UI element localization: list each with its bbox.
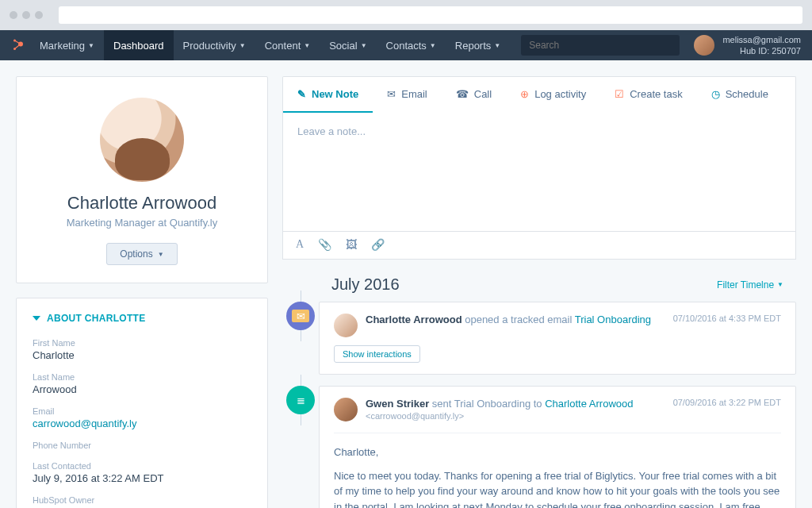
activity-tabs: ✎New Note ✉Email ☎Call ⊕Log activity ☑Cr… bbox=[282, 76, 796, 113]
event-body: Charlotte, Nice to meet you today. Thank… bbox=[334, 433, 781, 508]
account-info[interactable]: melissa@gmail.com Hub ID: 250707 bbox=[722, 34, 801, 57]
nav-dashboard[interactable]: Dashboard bbox=[104, 30, 174, 60]
timeline-event: Gwen Striker sent Trial Onboarding to Ch… bbox=[319, 386, 796, 508]
tracked-email-link[interactable]: Trial Onboarding bbox=[575, 314, 651, 325]
chevron-down-icon: ▼ bbox=[239, 42, 246, 49]
event-avatar bbox=[334, 314, 358, 337]
timeline-email-icon: ✉ bbox=[286, 302, 315, 330]
contact-avatar bbox=[100, 98, 184, 182]
timeline-month: July 2016 bbox=[331, 275, 717, 294]
chevron-down-icon: ▼ bbox=[361, 42, 367, 49]
note-input[interactable] bbox=[297, 125, 781, 221]
options-button[interactable]: Options▼ bbox=[106, 243, 177, 265]
chevron-down-icon: ▼ bbox=[158, 251, 164, 258]
check-square-icon: ☑ bbox=[615, 88, 624, 100]
tab-email[interactable]: ✉Email bbox=[373, 77, 442, 113]
field-last-name[interactable]: Last Name Arrowood bbox=[33, 372, 251, 395]
phone-icon: ☎ bbox=[456, 88, 469, 100]
window-dot bbox=[22, 11, 30, 19]
envelope-icon: ✉ bbox=[387, 88, 396, 100]
hub-id: Hub ID: 250707 bbox=[722, 45, 801, 56]
global-search-input[interactable] bbox=[521, 35, 680, 56]
top-nav: Marketing▼ Dashboard Productivity▼ Conte… bbox=[0, 30, 812, 60]
plus-circle-icon: ⊕ bbox=[520, 88, 529, 100]
chevron-down-icon: ▼ bbox=[304, 42, 310, 49]
tab-new-note[interactable]: ✎New Note bbox=[283, 77, 373, 113]
nav-reports[interactable]: Reports▼ bbox=[446, 30, 510, 60]
field-phone[interactable]: Phone Number bbox=[33, 441, 251, 450]
contact-role: Marketing Manager at Quantify.ly bbox=[33, 217, 251, 229]
url-bar[interactable] bbox=[59, 6, 802, 24]
tab-call[interactable]: ☎Call bbox=[442, 77, 506, 113]
chevron-down-icon: ▼ bbox=[777, 281, 783, 288]
filter-timeline-button[interactable]: Filter Timelne▼ bbox=[717, 279, 783, 291]
recipient-link[interactable]: Charlotte Arrowood bbox=[545, 398, 633, 410]
image-icon[interactable]: 🖼 bbox=[346, 238, 357, 251]
event-avatar bbox=[334, 398, 358, 421]
nav-content[interactable]: Content▼ bbox=[255, 30, 320, 60]
event-date: 07/09/2016 at 3:22 PM EDT bbox=[673, 398, 781, 407]
account-email: melissa@gmail.com bbox=[722, 34, 801, 45]
nav-marketing[interactable]: Marketing▼ bbox=[30, 30, 104, 60]
chevron-down-icon: ▼ bbox=[88, 42, 94, 49]
event-date: 07/10/2016 at 4:33 PM EDT bbox=[673, 314, 781, 323]
event-recipient-email: <carrowood@quantify.ly> bbox=[366, 411, 665, 421]
profile-card: Charlotte Arrowood Marketing Manager at … bbox=[16, 76, 268, 283]
field-owner[interactable]: HubSpot Owner bbox=[33, 495, 251, 505]
format-text-icon[interactable]: A bbox=[296, 238, 304, 251]
field-first-name[interactable]: First Name Charlotte bbox=[33, 338, 251, 361]
about-heading[interactable]: ABOUT CHARLOTTE bbox=[33, 313, 251, 324]
note-toolbar: A 📎 🖼 🔗 bbox=[282, 232, 796, 260]
tab-create-task[interactable]: ☑Create task bbox=[600, 77, 696, 113]
hubspot-logo-icon bbox=[11, 38, 25, 52]
window-dot bbox=[35, 11, 43, 19]
chevron-down-icon: ▼ bbox=[430, 42, 436, 49]
tab-log-activity[interactable]: ⊕Log activity bbox=[506, 77, 600, 113]
attachment-icon[interactable]: 📎 bbox=[318, 238, 331, 251]
about-card: ABOUT CHARLOTTE First Name Charlotte Las… bbox=[16, 298, 268, 508]
nav-contacts[interactable]: Contacts▼ bbox=[377, 30, 446, 60]
window-dot bbox=[10, 11, 17, 19]
field-email[interactable]: Email carrowood@quantify.ly bbox=[33, 406, 251, 429]
collapse-triangle-icon bbox=[33, 316, 40, 321]
timeline-event: Charlotte Arrowood opened a tracked emai… bbox=[319, 302, 796, 375]
envelope-icon: ✉ bbox=[292, 310, 309, 322]
field-last-contacted[interactable]: Last Contacted July 9, 2016 at 3:22 AM E… bbox=[33, 461, 251, 484]
tab-schedule[interactable]: ◷Schedule bbox=[697, 77, 783, 113]
nav-social[interactable]: Social▼ bbox=[320, 30, 376, 60]
event-summary: Charlotte Arrowood opened a tracked emai… bbox=[366, 314, 665, 325]
contact-name: Charlotte Arrowood bbox=[33, 193, 251, 214]
nav-productivity[interactable]: Productivity▼ bbox=[174, 30, 255, 60]
note-editor bbox=[282, 113, 796, 232]
timeline-note-icon: ≣ bbox=[286, 386, 315, 414]
chevron-down-icon: ▼ bbox=[494, 42, 500, 49]
show-interactions-button[interactable]: Show interactions bbox=[334, 345, 420, 363]
event-summary: Gwen Striker sent Trial Onboarding to Ch… bbox=[366, 398, 665, 410]
clock-icon: ◷ bbox=[711, 88, 720, 100]
browser-chrome bbox=[0, 0, 812, 30]
pencil-icon: ✎ bbox=[297, 88, 306, 100]
account-avatar[interactable] bbox=[694, 35, 714, 56]
link-icon[interactable]: 🔗 bbox=[371, 238, 385, 251]
